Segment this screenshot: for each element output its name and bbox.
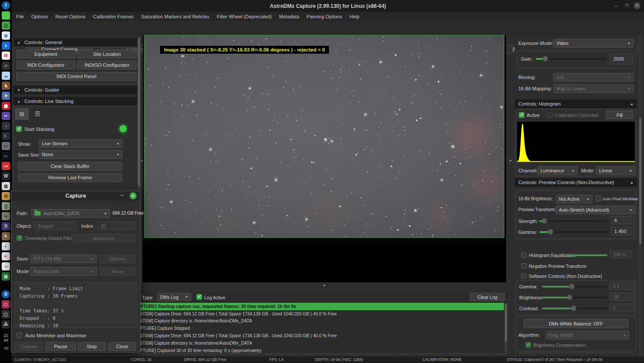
indi-configurator-button[interactable]: INDI Configurator (16, 61, 75, 69)
software-controls-checkbox[interactable] (521, 273, 527, 279)
preview-image[interactable]: Image 30 stacked ( X=-8.25 Y=-16.93 R=-0… (144, 35, 504, 238)
save-seen-select[interactable]: None▼ (39, 150, 123, 159)
asi-studio-icon[interactable]: ASI (2, 162, 10, 170)
fill-button[interactable]: Fill (606, 111, 634, 119)
network-icon[interactable]: ⁂ (2, 320, 10, 329)
site-location-button[interactable]: Site Location (77, 50, 137, 58)
registax-icon[interactable]: R (2, 222, 10, 230)
slider-handle[interactable] (542, 56, 548, 62)
show-select[interactable]: Live Stream▼ (39, 139, 123, 148)
game-icon[interactable]: ♞ (2, 82, 10, 90)
calendar-icon[interactable]: 10 (2, 262, 10, 271)
log-resize-dots[interactable] (131, 353, 507, 354)
close-icon[interactable]: ✕ (634, 2, 641, 9)
stop-button[interactable]: Stop (78, 342, 106, 351)
clear-log-button[interactable]: Clear Log (470, 293, 505, 301)
siril-icon[interactable]: ⬡ (2, 300, 10, 308)
algorithm-select[interactable]: Gray World▼ (545, 331, 629, 339)
preview-gamma-slider[interactable] (539, 228, 607, 236)
menu-calibration-frames[interactable]: Calibration Frames (93, 14, 134, 19)
stellarium-icon[interactable]: ◐ (2, 242, 10, 250)
equipment-button[interactable]: Equipment (16, 50, 75, 58)
menu-file[interactable]: File (16, 14, 24, 19)
maximize-icon[interactable]: ❐ (623, 2, 630, 9)
hist-eq-slider[interactable] (568, 251, 607, 259)
gmail-icon[interactable]: M (2, 51, 10, 60)
panel-resize-dots[interactable] (519, 353, 633, 353)
portrait-app-icon[interactable]: ◑ (2, 122, 10, 130)
strength-value-box[interactable]: 6 (611, 216, 634, 224)
preview-transform-select[interactable]: Auto-Stretch (Advanced)▼ (556, 205, 635, 214)
indigo-configurator-button[interactable]: INDIGO Configurator (77, 61, 137, 69)
section-general[interactable]: ▲ Controls: General (14, 38, 139, 47)
auto-pixel-checkbox[interactable] (596, 195, 601, 201)
pause-button[interactable]: Pause (45, 342, 76, 351)
menu-saturation-markers-and-reticles[interactable]: Saturation Markers and Reticles (141, 14, 209, 19)
path-select[interactable]: AstroDMx_DATA ▼ (31, 209, 110, 218)
menu-filter-wheel-deprecated[interactable]: Filter Wheel (Deprecated) (217, 14, 272, 19)
preview-gamma-value-box[interactable]: 1.450 (611, 227, 634, 235)
index-input[interactable]: 31 (98, 222, 135, 230)
capture-button[interactable]: Capture (15, 342, 43, 351)
object-input[interactable]: Seagull (34, 222, 77, 230)
scrollbar-thumb[interactable] (138, 38, 140, 186)
sw-gamma-slider[interactable] (542, 282, 607, 291)
screenshot-icon[interactable]: ⌗ (2, 62, 10, 70)
night-photo-icon[interactable]: ☾ (2, 132, 10, 140)
right-splitter-handle[interactable]: ▶ (510, 159, 512, 162)
section-preview-controls[interactable]: Controls: Preview Controls (Non-Destruct… (515, 178, 637, 187)
rawtherapee-icon[interactable]: Rw (2, 152, 10, 160)
negative-transform-checkbox[interactable] (521, 263, 527, 269)
slider-handle[interactable] (567, 295, 572, 300)
photo-collage-icon[interactable]: ❖ (2, 92, 10, 100)
weather-icon[interactable]: ☁ (2, 72, 10, 80)
stack-settings-icon[interactable]: ☰ (31, 108, 44, 120)
hist-eq-checkbox[interactable] (521, 252, 527, 258)
timestamp-checkbox[interactable] (17, 235, 22, 241)
hist-mode-select[interactable]: Linear▼ (596, 166, 635, 175)
chrome-icon[interactable]: ◉ (2, 31, 10, 40)
section-histogram[interactable]: Controls: Histogram ▲ (515, 99, 637, 108)
binning-select[interactable]: 1x1▼ (553, 73, 634, 82)
white-balance-button[interactable]: DMx White Balance: OFF (524, 319, 628, 328)
green-photo-icon[interactable]: ▣ (2, 272, 10, 281)
save-format-select[interactable]: FITS (16-Bit)▼ (31, 254, 97, 263)
edge-icon[interactable]: e (2, 41, 10, 50)
moth-photo-icon[interactable]: ❧ (2, 212, 10, 220)
speaker-icon[interactable]: ◁)) (3, 346, 8, 350)
mapping-select[interactable]: Map to Lower▼ (553, 84, 634, 93)
auto-minmax-checkbox[interactable] (17, 332, 22, 338)
dialog-minimize-icon[interactable]: – (120, 192, 123, 198)
red-tool-icon[interactable]: ▦ (2, 102, 10, 110)
canvas-splitter-handle[interactable]: ▼ (143, 282, 506, 288)
brightness-comp-checkbox[interactable] (525, 342, 531, 348)
options-button[interactable]: Options (99, 254, 135, 263)
editor-icon[interactable]: ✏ (2, 252, 10, 260)
advanced-button[interactable]: Advanced (72, 234, 135, 243)
sw-contrast-slider[interactable] (542, 304, 607, 312)
log-scrollbar[interactable] (504, 303, 507, 353)
menu-metadata[interactable]: Metadata (279, 14, 299, 19)
section-live-stacking[interactable]: ▲ Controls: Live Stacking (14, 97, 139, 106)
setup-button[interactable]: Setup (99, 267, 135, 276)
sw-brightness-slider[interactable] (542, 293, 607, 301)
stack-mode-icon[interactable]: ⧉ (15, 108, 28, 120)
menu-panning-options[interactable]: Panning Options (307, 14, 342, 19)
dialog-close-icon[interactable]: ✕ (130, 192, 137, 199)
section-guider[interactable]: ▼ Controls: Guider (14, 86, 139, 94)
slider-handle[interactable] (571, 305, 576, 311)
gimp-icon[interactable]: ✎ (2, 232, 10, 240)
scrollbar-thumb[interactable] (505, 304, 507, 342)
calibration-corrected-checkbox[interactable] (547, 112, 553, 118)
bluetooth-icon[interactable]: B (2, 290, 10, 298)
menu-reset-options[interactable]: Reset Options (55, 14, 86, 19)
slider-handle[interactable] (541, 218, 547, 224)
green-box-icon[interactable] (2, 11, 10, 20)
menu-options[interactable]: Options (31, 14, 48, 19)
slider-handle[interactable] (569, 284, 575, 289)
scrollbar-thumb[interactable] (639, 118, 641, 244)
right-panel-scrollbar[interactable] (639, 35, 642, 354)
video-editor-icon[interactable]: ✂ (2, 112, 10, 120)
calculator-icon[interactable]: ▦ (2, 182, 10, 190)
capture-mode-select[interactable]: Frame Limit▼ (31, 267, 97, 276)
